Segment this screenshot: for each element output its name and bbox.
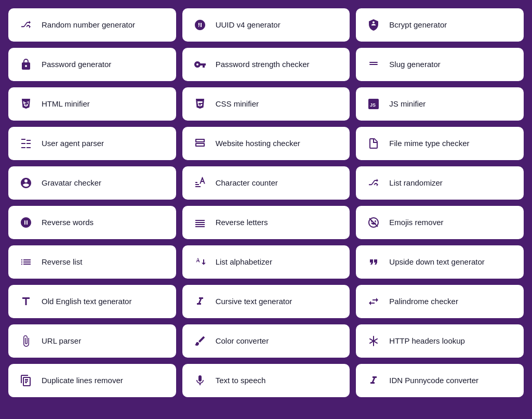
tool-card-js-minifier[interactable]: JSJS minifier — [356, 87, 524, 121]
palindrome-icon — [366, 294, 381, 309]
tool-card-website-hosting-checker[interactable]: Website hosting checker — [182, 127, 350, 160]
tool-card-reverse-words[interactable]: Reverse words — [8, 206, 176, 239]
tool-label: Bcrypt generator — [389, 20, 447, 30]
lock-icon — [19, 57, 33, 72]
file-icon — [366, 136, 381, 151]
tool-card-gravatar-checker[interactable]: Gravatar checker — [8, 166, 176, 200]
tool-label: File mime type checker — [389, 138, 469, 149]
tool-label: Upside down text generator — [389, 257, 484, 267]
svg-text:⚙: ⚙ — [196, 24, 200, 29]
tool-card-html-minifier[interactable]: HTML minifier — [8, 87, 176, 121]
uuid-icon: ⚙ — [193, 18, 207, 32]
tool-label: List randomizer — [389, 178, 443, 188]
key-icon — [193, 57, 207, 72]
text-serif-icon — [19, 294, 33, 309]
emoji-remove-icon — [366, 215, 381, 230]
tool-card-url-parser[interactable]: URL parser — [8, 324, 176, 358]
tool-label: Palindrome checker — [389, 296, 458, 307]
shield-icon — [366, 18, 381, 32]
shuffle-icon — [366, 176, 381, 190]
user-circle-icon — [19, 176, 33, 190]
reverse-list-icon — [19, 255, 33, 269]
equals-icon — [366, 57, 381, 72]
paperclip-icon — [19, 334, 33, 348]
js-icon: JS — [366, 97, 381, 111]
tool-label: Reverse words — [42, 217, 94, 228]
tool-card-emojis-remover[interactable]: Emojis remover — [356, 206, 524, 239]
columns-icon — [19, 136, 33, 151]
tool-label: Reverse list — [42, 257, 82, 267]
tool-card-palindrome-checker[interactable]: Palindrome checker — [356, 285, 524, 318]
shuffle-icon — [19, 18, 33, 32]
reverse-circle-icon — [19, 215, 33, 230]
tool-label: Slug generator — [389, 59, 440, 70]
tool-card-duplicate-lines-remover[interactable]: Duplicate lines remover — [8, 364, 176, 397]
html-icon — [19, 97, 33, 111]
tool-card-reverse-list[interactable]: Reverse list — [8, 245, 176, 279]
tool-label: Password generator — [42, 59, 111, 70]
dup-remove-icon — [19, 373, 33, 388]
tool-card-upside-down-text-generator[interactable]: Upside down text generator — [356, 245, 524, 279]
tool-label: User agent parser — [42, 138, 104, 149]
tool-label: Website hosting checker — [216, 138, 300, 149]
list-reverse-icon — [193, 215, 207, 230]
tool-card-old-english-text-generator[interactable]: Old English text generator — [8, 285, 176, 318]
tool-card-css-minifier[interactable]: CSS minifier — [182, 87, 350, 121]
italic-icon — [366, 373, 381, 388]
tool-label: CSS minifier — [216, 99, 259, 109]
tool-card-reverse-letters[interactable]: Reverse letters — [182, 206, 350, 239]
tool-card-file-mime-type-checker[interactable]: File mime type checker — [356, 127, 524, 160]
alpha-sort-icon — [193, 255, 207, 269]
tool-card-character-counter[interactable]: Character counter — [182, 166, 350, 200]
tool-label: Random number generator — [42, 20, 135, 30]
tool-label: JS minifier — [389, 99, 425, 109]
tool-card-uuid-v4-generator[interactable]: ⚙UUID v4 generator — [182, 8, 350, 42]
tool-label: Password strength checker — [216, 59, 310, 70]
tool-label: Emojis remover — [389, 217, 443, 228]
tools-grid: Random number generator⚙UUID v4 generato… — [8, 8, 524, 397]
italic-icon — [193, 294, 207, 309]
svg-text:JS: JS — [370, 102, 376, 108]
tool-card-color-converter[interactable]: Color converter — [182, 324, 350, 358]
tool-card-list-randomizer[interactable]: List randomizer — [356, 166, 524, 200]
tool-label: HTTP headers lookup — [389, 336, 465, 346]
text-a-icon — [193, 176, 207, 190]
tool-card-password-strength-checker[interactable]: Password strength checker — [182, 48, 350, 81]
tool-label: Text to speech — [216, 375, 266, 386]
tool-card-list-alphabetizer[interactable]: List alphabetizer — [182, 245, 350, 279]
tool-label: HTML minifier — [42, 99, 90, 109]
asterisk-icon — [366, 334, 381, 348]
tool-label: Old English text generator — [42, 296, 131, 307]
color-icon — [193, 334, 207, 348]
microphone-icon — [193, 373, 207, 388]
tool-card-cursive-text-generator[interactable]: Cursive text generator — [182, 285, 350, 318]
tool-card-password-generator[interactable]: Password generator — [8, 48, 176, 81]
tool-label: Cursive text generator — [216, 296, 292, 307]
tool-label: UUID v4 generator — [216, 20, 281, 30]
tool-card-bcrypt-generator[interactable]: Bcrypt generator — [356, 8, 524, 42]
tool-card-idn-punnycode-converter[interactable]: IDN Punnycode converter — [356, 364, 524, 397]
tool-card-random-number-generator[interactable]: Random number generator — [8, 8, 176, 42]
tool-card-user-agent-parser[interactable]: User agent parser — [8, 127, 176, 160]
tool-label: Character counter — [216, 178, 278, 188]
tool-card-slug-generator[interactable]: Slug generator — [356, 48, 524, 81]
tool-label: Duplicate lines remover — [42, 375, 123, 386]
tool-label: Reverse letters — [216, 217, 268, 228]
tool-label: List alphabetizer — [216, 257, 272, 267]
server-icon — [193, 136, 207, 151]
svg-line-3 — [369, 218, 378, 227]
tool-card-http-headers-lookup[interactable]: HTTP headers lookup — [356, 324, 524, 358]
tool-label: Color converter — [216, 336, 269, 346]
tool-label: IDN Punnycode converter — [389, 375, 478, 386]
tool-label: Gravatar checker — [42, 178, 101, 188]
quote-icon — [366, 255, 381, 269]
tool-card-text-to-speech[interactable]: Text to speech — [182, 364, 350, 397]
css-icon — [193, 97, 207, 111]
tool-label: URL parser — [42, 336, 81, 346]
